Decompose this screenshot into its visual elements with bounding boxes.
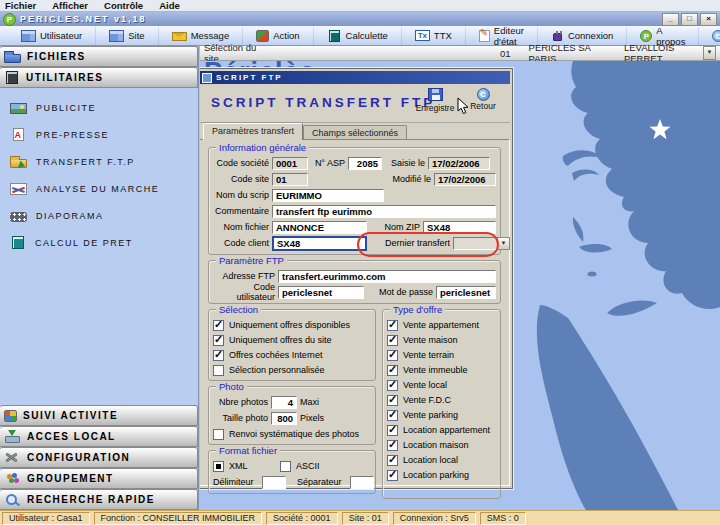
dernier-transfert-value[interactable] [453, 237, 497, 250]
site-dropdown-arrow-icon[interactable] [703, 46, 716, 60]
sidebar-item-analyse-du-marche[interactable]: ANALYSE DU MARCHE [10, 175, 198, 202]
menu-afficher[interactable]: Afficher [52, 0, 88, 11]
toolbar-button-calculette[interactable]: Calculette [314, 27, 402, 45]
checkbox-vente-appartement[interactable]: Vente appartement [387, 318, 496, 332]
checkbox-location-maison[interactable]: Location maison [387, 438, 496, 452]
checkbox-box[interactable] [213, 429, 224, 440]
code-societe-field[interactable]: 0001 [272, 157, 308, 170]
status-filler [530, 512, 718, 523]
nbre-photos-field[interactable]: 4 [271, 396, 297, 409]
checkbox-location-appartement[interactable]: Location appartement [387, 423, 496, 437]
script-ftp-window: SCRIPT FTP SCRIPT TRANSFERT FTP Enregist… [200, 68, 513, 489]
saisie-le-field[interactable]: 17/02/2006 [428, 157, 490, 170]
checkbox-box[interactable] [213, 461, 224, 472]
checkbox-vente-fdc[interactable]: Vente F.D.C [387, 393, 496, 407]
checkbox-vente-maison[interactable]: Vente maison [387, 333, 496, 347]
mot-de-passe-label: Mot de passe [377, 287, 433, 297]
nom-zip-field[interactable]: SX48 [423, 221, 496, 234]
sidebar-section-fichiers[interactable]: FICHIERS [0, 46, 198, 67]
checkbox-box[interactable] [213, 365, 224, 376]
tab-parametres-transfert[interactable]: Paramètres transfert [203, 123, 303, 140]
group-title: Information générale [216, 142, 309, 153]
checkbox-vente-parking[interactable]: Vente parking [387, 408, 496, 422]
checkbox-box[interactable] [387, 410, 398, 421]
sidebar-section-configuration[interactable]: CONFIGURATION [0, 447, 198, 468]
menu-fichier[interactable]: Fichier [5, 0, 36, 11]
sidebar-section-acces-local[interactable]: ACCES LOCAL [0, 426, 198, 447]
taille-photo-field[interactable]: 800 [271, 412, 297, 425]
ftp-window-title: SCRIPT FTP [216, 73, 283, 82]
checkbox-location-parking[interactable]: Location parking [387, 468, 496, 482]
group-icon [4, 472, 21, 485]
adresse-ftp-field[interactable]: transfert.eurimmo.com [278, 270, 496, 283]
commentaire-field[interactable]: transfert ftp eurimmo [272, 205, 496, 218]
checkbox-vente-local[interactable]: Vente local [387, 378, 496, 392]
checkbox-location-local[interactable]: Location local [387, 453, 496, 467]
checkbox-renvoi-systematique[interactable]: Renvoi systématique des photos [213, 427, 371, 441]
checkbox-box[interactable] [213, 350, 224, 361]
sidebar-item-publicite[interactable]: PUBLICITE [10, 94, 198, 121]
sidebar-section-groupement[interactable]: GROUPEMENT [0, 468, 198, 489]
code-utilisateur-field[interactable]: periclesnet [278, 286, 364, 299]
checkbox-uniquement-offres-disponibles[interactable]: Uniquement offres disponibles [213, 318, 371, 332]
sidebar-section-recherche-rapide[interactable]: RECHERCHE RAPIDE [0, 489, 198, 510]
ftp-window-titlebar[interactable]: SCRIPT FTP [200, 71, 510, 84]
sidebar-item-diaporama[interactable]: DIAPORAMA [10, 202, 198, 229]
checkbox-ascii[interactable]: ASCII [280, 459, 320, 473]
checkbox-vente-terrain[interactable]: Vente terrain [387, 348, 496, 362]
checkbox-box[interactable] [387, 425, 398, 436]
sidebar-section-label: ACCES LOCAL [27, 431, 116, 442]
checkbox-offres-cochees-internet[interactable]: Offres cochées Internet [213, 348, 371, 362]
checkbox-selection-personnalisee[interactable]: Sélection personnalisée [213, 363, 371, 377]
checkbox-box[interactable] [213, 320, 224, 331]
close-button[interactable]: × [700, 13, 717, 26]
save-button[interactable]: Enregistre [412, 87, 458, 113]
sidebar-item-calcul-de-pret[interactable]: CALCUL DE PRET [10, 229, 198, 256]
sidebar-section-label: CONFIGURATION [27, 452, 130, 463]
checkbox-box[interactable] [387, 470, 398, 481]
checkbox-box[interactable] [387, 455, 398, 466]
checkbox-box[interactable] [387, 320, 398, 331]
checkbox-box[interactable] [213, 335, 224, 346]
chevron-down-icon[interactable] [497, 237, 510, 250]
toolbar-button-utilisateur[interactable]: Utilisateur [8, 27, 96, 45]
sidebar-item-transfert-ftp[interactable]: TRANSFERT F.T.P [10, 148, 198, 175]
code-site-field[interactable]: 01 [272, 173, 308, 186]
code-client-field[interactable]: SX48 [272, 236, 367, 251]
nom-script-field[interactable]: EURIMMO [272, 189, 384, 202]
num-asp-label: N° ASP [311, 158, 345, 168]
group-parametre-ftp: Paramètre FTP Adresse FTP transfert.euri… [208, 260, 501, 304]
checkbox-box[interactable] [280, 461, 291, 472]
checkbox-xml[interactable]: XML [213, 459, 277, 473]
checkbox-box[interactable] [387, 395, 398, 406]
toolbar-button-site[interactable]: Site [96, 27, 158, 45]
modifie-le-field[interactable]: 17/02/2006 [434, 173, 496, 186]
site-selection-bar[interactable]: Sélection du site 01 PERICLES SA PARIS L… [200, 46, 720, 61]
nom-fichier-field[interactable]: ANNONCE [272, 221, 367, 234]
about-icon [640, 30, 652, 42]
checkbox-box[interactable] [387, 335, 398, 346]
menu-controle[interactable]: Contrôle [104, 0, 143, 11]
nom-fichier-label: Nom fichier [213, 222, 269, 232]
toolbar-button-editeur-etat[interactable]: Editeur d'état [466, 27, 538, 45]
checkbox-vente-immeuble[interactable]: Vente immeuble [387, 363, 496, 377]
checkbox-box[interactable] [387, 350, 398, 361]
checkbox-uniquement-offres-du-site[interactable]: Uniquement offres du site [213, 333, 371, 347]
sidebar-item-pre-presse[interactable]: PRE-PRESSE [10, 121, 198, 148]
delimiteur-field[interactable] [262, 476, 286, 489]
site-code: 01 [500, 48, 511, 59]
checkbox-box[interactable] [387, 365, 398, 376]
menu-aide[interactable]: Aide [159, 0, 180, 11]
separateur-field[interactable] [350, 476, 374, 489]
checkbox-box[interactable] [387, 380, 398, 391]
checkbox-label: Location parking [403, 470, 469, 480]
dernier-transfert-dropdown[interactable] [453, 237, 510, 250]
sidebar-section-suivi-activite[interactable]: SUIVI ACTIVITE [0, 405, 198, 426]
tab-champs-selectionnes[interactable]: Champs sélectionnés [303, 125, 407, 139]
sidebar-section-utilitaires[interactable]: UTILITAIRES [0, 67, 198, 88]
left-column: Sélection Uniquement offres disponibles … [208, 309, 376, 504]
num-asp-field[interactable]: 2085 [348, 157, 382, 170]
toolbar-button-ttx[interactable]: TTX [402, 27, 466, 45]
mot-de-passe-field[interactable]: periclesnet [436, 286, 496, 299]
checkbox-box[interactable] [387, 440, 398, 451]
